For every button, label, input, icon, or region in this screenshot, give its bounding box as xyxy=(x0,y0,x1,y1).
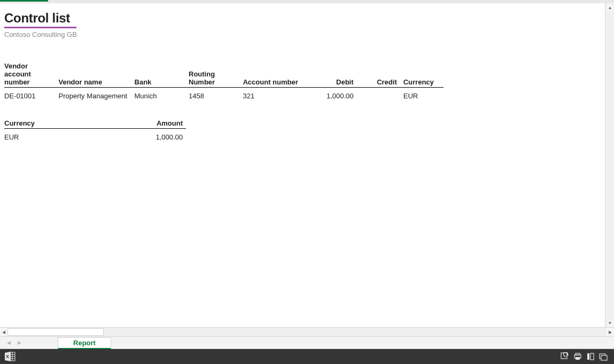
col-currency: Currency xyxy=(400,62,444,88)
cell-currency: EUR xyxy=(400,88,444,102)
col-vendor-account: Vendor account number xyxy=(4,62,58,88)
cell-account: 321 xyxy=(243,88,313,102)
scroll-down-button[interactable]: ▼ xyxy=(607,319,613,327)
report-subtitle: Contoso Consulting GB xyxy=(4,30,601,38)
cell-vendor-account: DE-01001 xyxy=(4,88,58,102)
svg-rect-12 xyxy=(587,353,589,360)
fullscreen-button[interactable] xyxy=(597,351,610,362)
cell-bank: Munich xyxy=(135,88,189,102)
sheet-tab-report[interactable]: Report xyxy=(58,337,111,349)
cell-routing: 1458 xyxy=(189,88,243,102)
col-debit: Debit xyxy=(313,62,356,88)
sheet-tab-label: Report xyxy=(73,339,96,347)
summary-row: EUR 1,000.00 xyxy=(4,129,186,143)
control-list-table: Vendor account number Vendor name Bank R… xyxy=(4,62,444,101)
svg-rect-10 xyxy=(576,353,580,355)
svg-rect-11 xyxy=(576,357,580,360)
cell-vendor-name: Property Management xyxy=(58,88,134,102)
table-row: DE-01001 Property Management Munich 1458… xyxy=(4,88,444,102)
horizontal-scrollbar[interactable]: ◀ ▶ xyxy=(0,327,614,336)
scroll-track[interactable] xyxy=(104,328,607,336)
chevron-right-icon: ▶ xyxy=(18,340,21,345)
sheet-tab-bar: ◀ ▶ Report xyxy=(0,336,614,349)
status-toolbar: X xyxy=(0,349,614,364)
print-icon xyxy=(573,352,582,361)
col-bank: Bank xyxy=(135,62,189,88)
col-vendor-name: Vendor name xyxy=(58,62,134,88)
print-button[interactable] xyxy=(571,351,584,362)
scroll-up-button[interactable]: ▲ xyxy=(607,4,613,11)
chevron-down-icon: ▼ xyxy=(608,321,612,326)
chevron-up-icon: ▲ xyxy=(608,5,612,10)
prev-sheet-button[interactable]: ◀ xyxy=(4,338,13,347)
summary-header-row: Currency Amount xyxy=(4,119,186,129)
col-routing: Routing Number xyxy=(189,62,243,88)
page-view-button[interactable] xyxy=(584,351,597,362)
table-header-row: Vendor account number Vendor name Bank R… xyxy=(4,62,444,88)
col-account: Account number xyxy=(243,62,313,88)
scroll-right-button[interactable]: ▶ xyxy=(607,328,614,336)
vertical-scrollbar[interactable]: ▲ ▼ xyxy=(605,3,614,327)
col-credit: Credit xyxy=(357,62,400,88)
scroll-thumb[interactable] xyxy=(7,328,104,336)
cell-currency: EUR xyxy=(4,129,111,143)
excel-icon: X xyxy=(4,351,16,362)
cell-amount: 1,000.00 xyxy=(111,129,186,143)
svg-rect-13 xyxy=(590,353,594,360)
col-currency: Currency xyxy=(4,119,111,129)
next-sheet-button[interactable]: ▶ xyxy=(15,338,24,347)
refresh-button[interactable] xyxy=(558,351,571,362)
cell-debit: 1,000.00 xyxy=(313,88,356,102)
scroll-left-button[interactable]: ◀ xyxy=(0,328,7,336)
svg-text:X: X xyxy=(6,354,9,359)
summary-table: Currency Amount EUR 1,000.00 xyxy=(4,119,186,142)
chevron-left-icon: ◀ xyxy=(2,330,5,335)
chevron-left-icon: ◀ xyxy=(7,340,11,345)
refresh-icon xyxy=(561,352,569,361)
cell-credit xyxy=(357,88,400,102)
page-view-icon xyxy=(586,352,595,361)
fullscreen-icon xyxy=(599,352,608,361)
title-underline xyxy=(4,27,76,28)
col-amount: Amount xyxy=(111,119,186,129)
chevron-right-icon: ▶ xyxy=(609,330,612,335)
report-title: Control list xyxy=(4,11,601,26)
report-canvas: Control list Contoso Consulting GB Vendo… xyxy=(0,3,605,327)
svg-rect-15 xyxy=(601,355,607,360)
